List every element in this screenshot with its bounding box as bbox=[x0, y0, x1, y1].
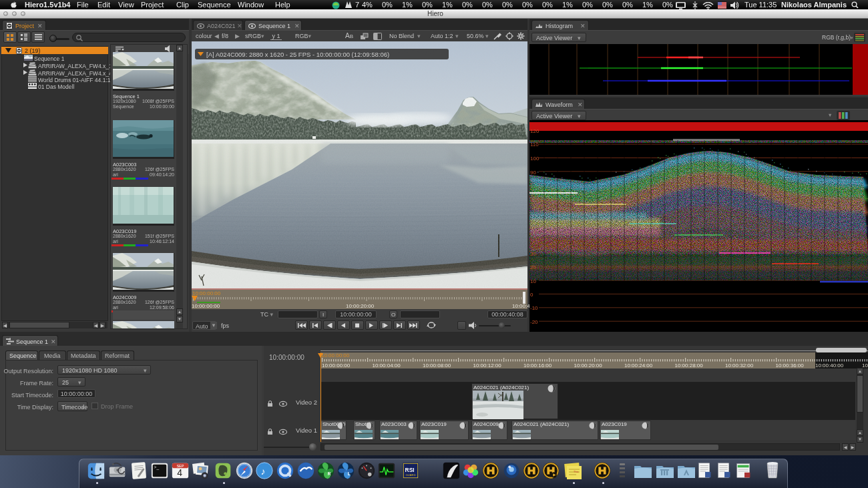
svg-text:10:00:40:00: 10:00:40:00 bbox=[815, 362, 844, 369]
svg-text:10:00:32:00: 10:00:32:00 bbox=[725, 362, 754, 369]
svg-text:GUARD: GUARD bbox=[406, 473, 416, 477]
svg-text:10: 10 bbox=[530, 278, 536, 284]
svg-text:This: This bbox=[574, 470, 579, 473]
svg-text:L: L bbox=[348, 471, 351, 476]
svg-text:10:00:24:00: 10:00:24:00 bbox=[624, 362, 653, 369]
svg-text:30: 30 bbox=[530, 251, 536, 257]
svg-text:10:00:00:00: 10:00:00:00 bbox=[322, 362, 351, 369]
svg-text:0: 0 bbox=[530, 292, 533, 298]
svg-text:-10: -10 bbox=[530, 305, 538, 311]
svg-text:4: 4 bbox=[177, 467, 182, 478]
svg-text:♪: ♪ bbox=[260, 466, 265, 477]
svg-text:10:00:20:00: 10:00:20:00 bbox=[574, 362, 603, 369]
svg-text:>_: >_ bbox=[154, 465, 160, 470]
svg-text:10:00:04:00: 10:00:04:00 bbox=[373, 362, 401, 369]
svg-text:10:00:28:00: 10:00:28:00 bbox=[675, 362, 704, 369]
svg-text:R: R bbox=[328, 471, 331, 476]
svg-text:20: 20 bbox=[530, 264, 536, 270]
svg-text:100: 100 bbox=[530, 156, 539, 162]
svg-text:10:00:08:00: 10:00:08:00 bbox=[423, 362, 451, 369]
svg-text:RSI: RSI bbox=[405, 467, 415, 473]
svg-text:120: 120 bbox=[530, 128, 539, 134]
svg-text:110: 110 bbox=[530, 142, 539, 148]
svg-text:-20: -20 bbox=[530, 319, 538, 325]
svg-text:90: 90 bbox=[530, 170, 536, 176]
svg-text:10:00:16:00: 10:00:16:00 bbox=[523, 362, 552, 369]
svg-text:10:00:36:00: 10:00:36:00 bbox=[776, 362, 805, 369]
svg-text:10:00:12:00: 10:00:12:00 bbox=[473, 362, 502, 369]
